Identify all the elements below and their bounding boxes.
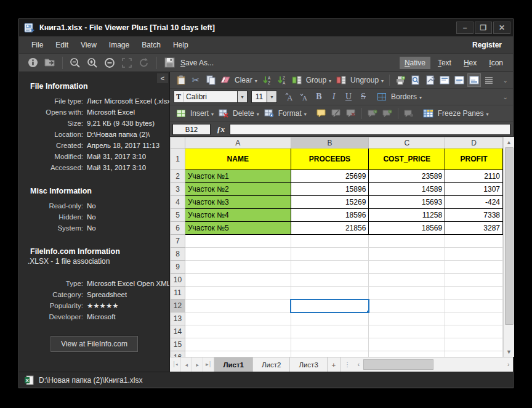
- column-header-C[interactable]: C: [369, 137, 445, 149]
- cell-A15[interactable]: [185, 338, 291, 351]
- copy-icon[interactable]: [204, 73, 217, 87]
- cell-D5[interactable]: 7338: [445, 209, 503, 222]
- toolbar-overflow-icon[interactable]: ⌄: [503, 94, 509, 100]
- cell-C7[interactable]: [369, 235, 445, 248]
- delete-dropdown-icon[interactable]: ▾: [257, 112, 259, 117]
- row-header-9[interactable]: 9: [171, 261, 185, 274]
- cell-B1[interactable]: PROCEEDS: [291, 149, 369, 170]
- cell-D8[interactable]: [445, 248, 503, 261]
- sort-descending-icon[interactable]: ZA: [275, 73, 289, 87]
- next-sheet-icon[interactable]: ▸: [192, 357, 203, 372]
- font-size-dropdown-icon[interactable]: ▾: [267, 91, 277, 103]
- first-sheet-icon[interactable]: ⏐◂: [170, 357, 181, 372]
- zoom-in-icon[interactable]: [84, 55, 100, 70]
- delete-label[interactable]: Delete: [233, 109, 254, 118]
- page-preview-icon[interactable]: [408, 73, 422, 87]
- cell-B15[interactable]: [291, 338, 369, 351]
- sidebar-collapse-icon[interactable]: <: [157, 73, 168, 83]
- borders-icon[interactable]: [375, 90, 389, 104]
- row-header-10[interactable]: 10: [171, 274, 185, 287]
- row-header-13[interactable]: 13: [171, 312, 185, 325]
- cell-D13[interactable]: [445, 312, 503, 325]
- clear-dropdown-icon[interactable]: ▾: [255, 78, 257, 84]
- cell-C4[interactable]: 15693: [369, 196, 445, 209]
- cell-B10[interactable]: [291, 274, 369, 287]
- cell-name-box[interactable]: B12: [172, 124, 211, 135]
- mode-button-native[interactable]: Native: [400, 57, 430, 69]
- fx-icon[interactable]: ƒx: [217, 124, 225, 134]
- font-name-combo[interactable]: T Calibri: [174, 91, 238, 103]
- font-size-combo[interactable]: 11: [251, 91, 267, 103]
- column-header-A[interactable]: A: [185, 137, 291, 149]
- format-dropdown-icon[interactable]: ▾: [304, 112, 307, 117]
- row-header-14[interactable]: 14: [171, 325, 185, 338]
- cell-B16[interactable]: [291, 351, 369, 357]
- align-bottom-icon[interactable]: [467, 73, 481, 87]
- cell-A9[interactable]: [185, 261, 291, 274]
- actual-size-icon[interactable]: [102, 55, 118, 70]
- cell-B3[interactable]: 15896: [291, 183, 369, 196]
- cell-B5[interactable]: 18596: [291, 209, 369, 222]
- sheet-tab-лист1[interactable]: Лист1: [214, 357, 253, 372]
- cell-D12[interactable]: [445, 300, 503, 312]
- row-header-2[interactable]: 2: [171, 170, 185, 183]
- menu-item-file[interactable]: File: [25, 38, 49, 52]
- font-name-dropdown-icon[interactable]: ▾: [238, 91, 248, 103]
- cell-B13[interactable]: [291, 312, 369, 325]
- cell-C16[interactable]: [369, 351, 445, 357]
- selected-cell-B12[interactable]: [291, 300, 369, 312]
- cell-B4[interactable]: 15269: [291, 196, 369, 209]
- cell-A1[interactable]: NAME: [185, 149, 291, 170]
- scroll-up-icon[interactable]: ▲: [504, 137, 514, 147]
- select-all-corner[interactable]: [171, 137, 185, 149]
- cell-B7[interactable]: [291, 235, 369, 248]
- show-comment-icon[interactable]: +: [366, 107, 379, 120]
- cell-B6[interactable]: 21856: [291, 222, 369, 235]
- insert-label[interactable]: Insert: [190, 109, 209, 118]
- cell-A2[interactable]: Участок №1: [185, 170, 291, 183]
- row-header-6[interactable]: 6: [171, 222, 185, 235]
- justify-icon[interactable]: [482, 73, 496, 87]
- borders-dropdown-icon[interactable]: ▾: [419, 95, 422, 100]
- horizontal-scroll-thumb[interactable]: [363, 359, 433, 370]
- cell-D3[interactable]: 1307: [445, 183, 503, 196]
- group-dropdown-icon[interactable]: ▾: [329, 78, 331, 84]
- cell-A10[interactable]: [185, 274, 291, 287]
- print-preview-icon[interactable]: ?: [393, 73, 407, 87]
- view-at-fileinfo-button[interactable]: View at FileInfo.com: [50, 336, 138, 352]
- mode-button-icon[interactable]: Icon: [484, 57, 508, 69]
- cell-C13[interactable]: [369, 312, 445, 325]
- cell-A11[interactable]: [185, 287, 291, 300]
- sheet-tab-лист2[interactable]: Лист2: [253, 357, 290, 372]
- row-header-11[interactable]: 11: [171, 287, 185, 300]
- new-comment-icon[interactable]: [315, 107, 328, 120]
- row-header-15[interactable]: 15: [171, 338, 185, 351]
- cell-C1[interactable]: COST_PRICE: [369, 149, 445, 170]
- ungroup-icon[interactable]: [334, 73, 348, 87]
- cut-icon[interactable]: ✂: [189, 73, 203, 87]
- mode-button-hex[interactable]: Hex: [459, 57, 482, 69]
- cell-C3[interactable]: 14589: [369, 183, 445, 196]
- cell-A8[interactable]: [185, 248, 291, 261]
- scroll-right-icon[interactable]: ›: [504, 357, 513, 372]
- register-menu-item[interactable]: Register: [467, 38, 507, 52]
- cell-C8[interactable]: [369, 248, 445, 261]
- ungroup-dropdown-icon[interactable]: ▾: [381, 78, 384, 84]
- cell-C6[interactable]: 18569: [369, 222, 445, 235]
- sort-ascending-icon[interactable]: AZ: [260, 73, 274, 87]
- edit-comment-icon[interactable]: [329, 107, 343, 120]
- cell-A6[interactable]: Участок №5: [185, 222, 291, 235]
- cell-C5[interactable]: 11258: [369, 209, 445, 222]
- freeze-panes-label[interactable]: Freeze Panes: [438, 109, 484, 118]
- cell-A7[interactable]: [185, 235, 291, 248]
- formula-input[interactable]: [230, 124, 510, 135]
- format-cells-icon[interactable]: [262, 107, 276, 120]
- italic-icon[interactable]: I: [327, 90, 341, 104]
- cell-C15[interactable]: [369, 338, 445, 351]
- zoom-out-icon[interactable]: [67, 55, 83, 70]
- add-sheet-button[interactable]: +: [328, 357, 341, 372]
- cell-A5[interactable]: Участок №4: [185, 209, 291, 222]
- cell-D4[interactable]: -424: [445, 196, 503, 209]
- row-header-8[interactable]: 8: [171, 248, 185, 261]
- menu-item-view[interactable]: View: [75, 38, 103, 52]
